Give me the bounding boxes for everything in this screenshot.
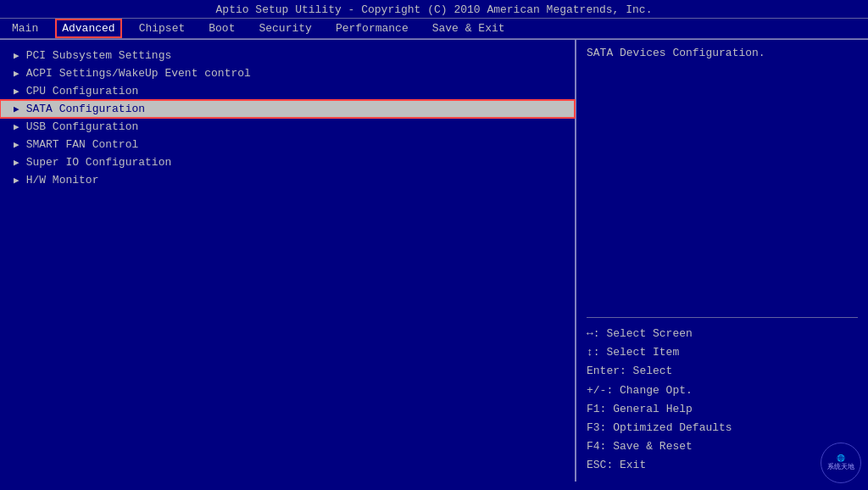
menu-list-item-label: USB Configuration	[26, 120, 139, 133]
key-legend: ↔: Select Screen↕: Select ItemEnter: Sel…	[587, 317, 858, 475]
menu-list-item-cpu[interactable]: ▶CPU Configuration	[0, 82, 575, 100]
arrow-icon: ▶	[14, 157, 19, 168]
menu-item-security[interactable]: Security	[253, 20, 316, 36]
menu-list-item-smart-fan[interactable]: ▶SMART FAN Control	[0, 136, 575, 153]
key-action: Select Screen	[606, 327, 692, 340]
left-panel: ▶PCI Subsystem Settings▶ACPI Settings/Wa…	[0, 40, 576, 482]
title-text: Aptio Setup Utility - Copyright (C) 2010…	[216, 3, 653, 16]
key-action: Select	[633, 365, 673, 377]
menu-list-item-label: PCI Subsystem Settings	[26, 49, 172, 62]
key-label: F4:	[587, 440, 613, 453]
arrow-icon: ▶	[14, 139, 19, 150]
key-action: Exit	[620, 459, 646, 471]
arrow-icon: ▶	[14, 68, 19, 79]
arrow-icon: ▶	[14, 86, 19, 97]
key-action: Optimized Defaults	[613, 421, 732, 434]
menu-item-main[interactable]: Main	[7, 20, 43, 36]
help-text: SATA Devices Configuration.	[587, 47, 858, 317]
key-label: F1:	[587, 403, 613, 415]
key-legend-item: ↕: Select Item	[587, 343, 858, 362]
watermark: 🌐系统天地	[821, 443, 861, 483]
key-legend-item: Enter: Select	[587, 362, 858, 381]
menu-list-item-label: SMART FAN Control	[26, 138, 139, 151]
key-label: F3:	[587, 421, 613, 434]
menu-bar: MainAdvancedChipsetBootSecurityPerforman…	[0, 18, 868, 39]
menu-list-item-usb[interactable]: ▶USB Configuration	[0, 118, 575, 136]
key-legend-item: ESC: Exit	[587, 456, 858, 475]
arrow-icon: ▶	[14, 121, 19, 132]
key-action: General Help	[613, 403, 693, 415]
key-action: Save & Reset	[613, 440, 693, 453]
right-panel: SATA Devices Configuration. ↔: Select Sc…	[576, 40, 868, 482]
main-layout: ▶PCI Subsystem Settings▶ACPI Settings/Wa…	[0, 39, 868, 482]
menu-list-item-label: SATA Configuration	[26, 103, 145, 115]
menu-list-item-pci[interactable]: ▶PCI Subsystem Settings	[0, 47, 575, 64]
menu-item-save-exit[interactable]: Save & Exit	[427, 20, 510, 36]
key-action: Select Item	[606, 346, 679, 359]
menu-item-chipset[interactable]: Chipset	[134, 20, 191, 36]
key-legend-item: F1: General Help	[587, 400, 858, 419]
menu-list-item-super-io[interactable]: ▶Super IO Configuration	[0, 153, 575, 171]
menu-item-boot[interactable]: Boot	[203, 20, 240, 36]
menu-list-item-label: CPU Configuration	[26, 85, 139, 97]
menu-item-advanced[interactable]: Advanced	[57, 20, 120, 36]
menu-list-item-hw-monitor[interactable]: ▶H/W Monitor	[0, 171, 575, 189]
menu-list-item-label: Super IO Configuration	[26, 156, 172, 169]
arrow-icon: ▶	[14, 50, 19, 61]
key-label: Enter:	[587, 365, 633, 377]
watermark-text: 🌐系统天地	[827, 454, 854, 471]
menu-list-item-label: H/W Monitor	[26, 174, 99, 187]
menu-item-performance[interactable]: Performance	[331, 20, 414, 36]
menu-list-item-acpi[interactable]: ▶ACPI Settings/WakeUp Event control	[0, 64, 575, 82]
key-label: +/-:	[587, 384, 620, 397]
key-label: ↕:	[587, 346, 606, 359]
title-bar: Aptio Setup Utility - Copyright (C) 2010…	[0, 0, 868, 18]
key-legend-item: F4: Save & Reset	[587, 437, 858, 456]
arrow-icon: ▶	[14, 103, 19, 114]
key-label: ↔:	[587, 327, 606, 340]
key-legend-item: +/-: Change Opt.	[587, 381, 858, 400]
menu-list-item-sata[interactable]: ▶SATA Configuration	[0, 100, 575, 118]
key-label: ESC:	[587, 459, 620, 471]
key-action: Change Opt.	[620, 384, 693, 397]
arrow-icon: ▶	[14, 175, 19, 186]
menu-list-item-label: ACPI Settings/WakeUp Event control	[26, 67, 251, 80]
key-legend-item: F3: Optimized Defaults	[587, 419, 858, 437]
key-legend-item: ↔: Select Screen	[587, 325, 858, 343]
